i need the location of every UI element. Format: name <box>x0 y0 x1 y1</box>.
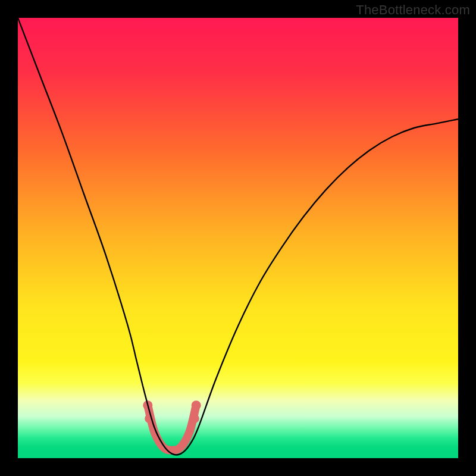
svg-rect-0 <box>18 18 458 458</box>
chart-frame: TheBottleneck.com <box>0 0 476 476</box>
plot-area <box>18 18 458 458</box>
gradient-background <box>18 18 458 458</box>
watermark-text: TheBottleneck.com <box>356 2 470 18</box>
